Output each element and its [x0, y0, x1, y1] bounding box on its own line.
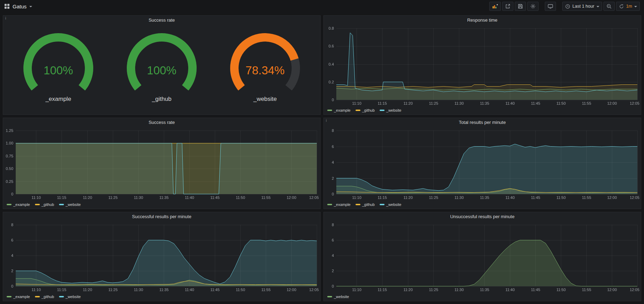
navbar: Gatus	[0, 0, 644, 13]
legend-item[interactable]: _github	[356, 108, 375, 112]
legend-label: _example	[13, 295, 30, 299]
legend-label: _github	[42, 202, 54, 207]
legend-label: _website	[386, 202, 401, 207]
panel-total-results: i Total results per minute _example_gith…	[323, 118, 641, 209]
panel-title[interactable]: Successful results per minute	[3, 212, 320, 221]
legend-swatch-icon	[59, 296, 64, 297]
panel-response-time: Response time _example_github_website	[323, 15, 641, 115]
legend-swatch-icon	[7, 296, 12, 297]
apps-grid-icon[interactable]	[4, 3, 10, 9]
legend-label: _website	[66, 202, 81, 207]
legend-label: _website	[66, 295, 81, 299]
gauge-arc	[116, 33, 207, 93]
refresh-interval-label: 1m	[626, 4, 632, 9]
panel-unsuccessful-results: Unsuccessful results per minute _website	[323, 212, 641, 301]
panel-title[interactable]: Total results per minute	[324, 118, 641, 127]
refresh-button[interactable]: 1m	[616, 2, 640, 11]
gear-icon	[530, 3, 536, 9]
monitor-icon	[548, 3, 553, 9]
save-button[interactable]	[515, 2, 526, 11]
gauge-website: 78.34% _website	[220, 33, 310, 103]
legend-item[interactable]: _website	[380, 108, 401, 112]
successful-results-chart[interactable]	[3, 221, 320, 293]
save-icon	[518, 3, 523, 9]
tv-mode-button[interactable]	[545, 2, 556, 11]
legend-swatch-icon	[356, 204, 360, 205]
legend-item[interactable]: _github	[35, 295, 54, 299]
time-range-button[interactable]: Last 1 hour	[562, 2, 602, 11]
unsuccessful-results-chart[interactable]	[324, 221, 641, 293]
legend-item[interactable]: _example	[7, 295, 30, 299]
chevron-down-icon	[597, 6, 599, 7]
panel-title[interactable]: Success rate	[3, 118, 320, 127]
legend-swatch-icon	[59, 204, 64, 205]
chart-legend: _example_github_website	[324, 201, 641, 208]
legend-item[interactable]: _website	[380, 202, 401, 207]
legend-swatch-icon	[356, 110, 360, 111]
zoom-out-button[interactable]	[603, 2, 615, 11]
legend-label: _github	[42, 295, 54, 299]
gauge-example: 100% _example	[13, 33, 104, 103]
panel-success-rate-timeseries: Success rate _example_github_website	[3, 118, 321, 209]
panel-success-rate-gauges: i Success rate 100% _example 100% _githu…	[3, 15, 321, 115]
gauge-label: _github	[116, 96, 207, 103]
legend-label: _example	[334, 202, 351, 207]
add-panel-icon	[492, 3, 498, 9]
legend-swatch-icon	[327, 296, 332, 297]
legend-label: _github	[362, 108, 375, 112]
panel-info-icon[interactable]: i	[326, 118, 327, 123]
gauge-arc	[220, 33, 310, 93]
gauge-value: 100%	[116, 64, 207, 77]
panel-title[interactable]: Response time	[324, 16, 641, 25]
legend-swatch-icon	[327, 204, 332, 205]
nav-right: Last 1 hour 1m	[489, 2, 640, 11]
legend-item[interactable]: _website	[59, 295, 81, 299]
legend-item[interactable]: _example	[327, 108, 351, 112]
panel-title[interactable]: Success rate	[3, 16, 320, 25]
refresh-icon	[619, 4, 624, 9]
chart-legend: _example_github_website	[3, 201, 320, 208]
legend-label: _example	[13, 202, 30, 207]
legend-swatch-icon	[380, 110, 385, 111]
time-range-label: Last 1 hour	[572, 4, 594, 9]
panel-title[interactable]: Unsuccessful results per minute	[324, 212, 641, 221]
success-rate-chart[interactable]	[3, 127, 320, 201]
gauge-row: 100% _example 100% _github 78.34% _websi…	[3, 25, 320, 114]
settings-button[interactable]	[527, 2, 539, 11]
chart-legend: _example_github_website	[3, 293, 320, 300]
legend-item[interactable]: _github	[35, 202, 54, 207]
chevron-down-icon	[29, 6, 32, 7]
legend-swatch-icon	[380, 204, 385, 205]
response-time-chart[interactable]	[324, 25, 641, 107]
total-results-chart[interactable]	[324, 127, 641, 201]
gauge-arc	[13, 33, 104, 93]
legend-item[interactable]: _example	[7, 202, 30, 207]
panel-successful-results: Successful results per minute _example_g…	[3, 212, 321, 301]
legend-label: _website	[386, 108, 401, 112]
legend-item[interactable]: _website	[327, 295, 349, 299]
legend-item[interactable]: _example	[327, 202, 351, 207]
legend-item[interactable]: _website	[59, 202, 81, 207]
legend-swatch-icon	[7, 204, 12, 205]
panel-info-icon[interactable]: i	[5, 16, 6, 20]
dashboard-grid: i Success rate 100% _example 100% _githu…	[0, 13, 644, 304]
share-icon	[505, 3, 511, 9]
zoom-out-icon	[606, 3, 612, 9]
legend-label: _example	[334, 108, 351, 112]
legend-swatch-icon	[35, 204, 40, 205]
gauge-label: _example	[13, 96, 104, 103]
legend-swatch-icon	[35, 296, 40, 297]
gauge-github: 100% _github	[116, 33, 207, 103]
legend-item[interactable]: _github	[356, 202, 375, 207]
gauge-value: 78.34%	[220, 64, 310, 77]
gauge-value: 100%	[13, 64, 104, 77]
legend-label: _website	[334, 295, 349, 299]
gauge-label: _website	[220, 96, 310, 103]
dashboard-title[interactable]: Gatus	[13, 3, 27, 9]
share-button[interactable]	[502, 2, 513, 11]
legend-label: _github	[362, 202, 375, 207]
chevron-down-icon	[634, 6, 637, 7]
add-panel-button[interactable]	[489, 2, 501, 11]
chart-legend: _example_github_website	[324, 107, 641, 114]
chart-legend: _website	[324, 293, 641, 300]
